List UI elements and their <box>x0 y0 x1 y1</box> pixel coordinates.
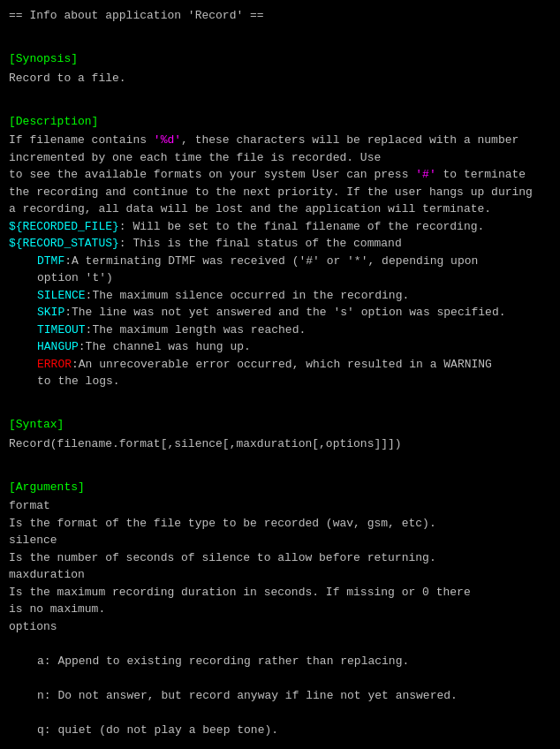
description-label: [Description] <box>9 113 551 131</box>
header-line: == Info about application 'Record' == <box>9 7 551 25</box>
dtmf-line2: option 't') <box>9 269 551 287</box>
timeout-line: TIMEOUT:The maximum length was reached. <box>9 322 551 339</box>
desc-line-5: a recording, all data will be lost and t… <box>9 200 551 218</box>
page-container: == Info about application 'Record' == [S… <box>9 7 551 749</box>
options-arg: options a: Append to existing recording … <box>9 618 551 750</box>
silence-arg: silence Is the number of seconds of sile… <box>9 532 551 566</box>
dtmf-line1: DTMF:A terminating DTMF was received ('#… <box>9 253 551 270</box>
format-name: format <box>9 497 551 515</box>
format-arg: format Is the format of the file type to… <box>9 497 551 532</box>
arguments-label: [Arguments] <box>9 479 551 496</box>
synopsis-section: [Synopsis] Record to a file. <box>9 50 551 87</box>
format-desc: Is the format of the file type to be rec… <box>9 515 551 533</box>
desc-line-recorded: ${RECORDED_FILE}: Will be set to the fin… <box>9 218 551 236</box>
arguments-section: [Arguments] format Is the format of the … <box>9 479 551 750</box>
synopsis-text: Record to a file. <box>9 70 551 87</box>
option-a: a: Append to existing recording rather t… <box>9 635 551 670</box>
silence-line: SILENCE:The maximum silence occurred in … <box>9 287 551 305</box>
maxduration-desc2: is no maximum. <box>9 601 551 618</box>
hangup-line: HANGUP:The channel was hung up. <box>9 338 551 356</box>
options-name: options <box>9 618 551 636</box>
silence-desc: Is the number of seconds of silence to a… <box>9 549 551 567</box>
desc-line-status: ${RECORD_STATUS}: This is the final stat… <box>9 235 551 253</box>
option-n: n: Do not answer, but record anyway if l… <box>9 670 551 704</box>
desc-line-3: to see the available formats on your sys… <box>9 166 551 184</box>
synopsis-label: [Synopsis] <box>9 50 551 68</box>
desc-line-1: If filename contains '%d', these charact… <box>9 132 551 149</box>
skip-line: SKIP:The line was not yet answered and t… <box>9 304 551 322</box>
error-line2: to the logs. <box>9 373 551 390</box>
desc-line-2: incremented by one each time the file is… <box>9 149 551 167</box>
maxduration-arg: maxduration Is the maximum recording dur… <box>9 566 551 618</box>
maxduration-desc1: Is the maximum recording duration in sec… <box>9 584 551 601</box>
syntax-text: Record(filename.format[,silence[,maxdura… <box>9 435 551 453</box>
option-s: s: skip recording if the line is not yet… <box>9 738 551 749</box>
silence-name: silence <box>9 532 551 549</box>
maxduration-name: maxduration <box>9 566 551 584</box>
error-line1: ERROR:An unrecoverable error occurred, w… <box>9 356 551 374</box>
syntax-section: [Syntax] Record(filename.format[,silence… <box>9 416 551 452</box>
desc-line-4: the recording and continue to the next p… <box>9 184 551 201</box>
header-text: == Info about application 'Record' == <box>9 9 264 22</box>
syntax-label: [Syntax] <box>9 416 551 434</box>
description-section: [Description] If filename contains '%d',… <box>9 113 551 390</box>
option-q: q: quiet (do not play a beep tone). <box>9 704 551 738</box>
